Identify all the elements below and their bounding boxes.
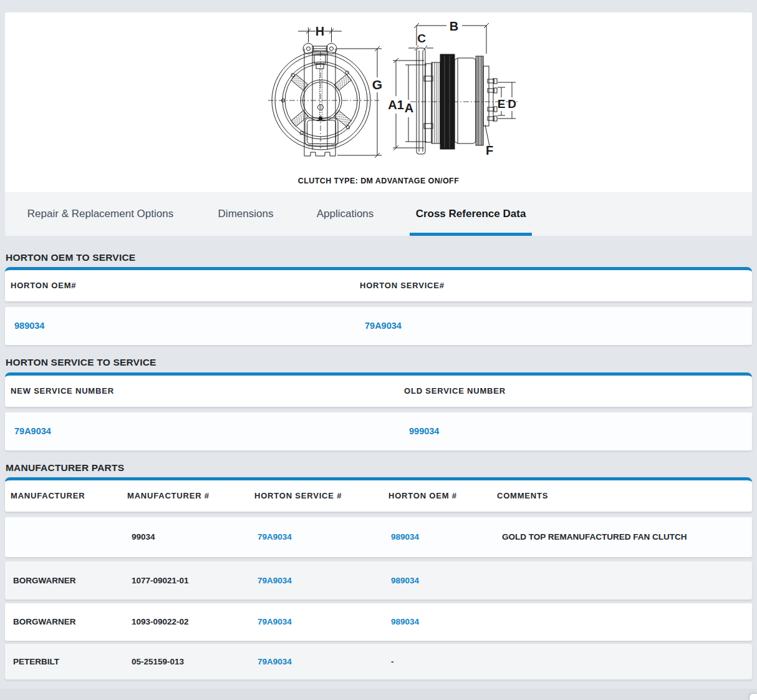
clutch-technical-drawing: H G B C A1 A E D F [267, 19, 523, 163]
col-horton-oem: HORTON OEM# [11, 270, 76, 301]
tab-dimensions[interactable]: Dimensions [215, 192, 276, 236]
cell-manufacturer-number: 1093-09022-02 [132, 603, 189, 641]
old-service-number-link[interactable]: 999034 [409, 412, 439, 450]
tab-cross-reference-data-label: Cross Reference Data [416, 208, 526, 220]
cell-horton-oem-dash: - [391, 644, 394, 679]
cell-horton-oem-link[interactable]: 989034 [391, 603, 419, 641]
col-manufacturer-number: MANUFACTURER # [127, 480, 210, 512]
clutch-type-caption: CLUTCH TYPE: DM ADVANTAGE ON/OFF [5, 177, 752, 185]
cell-manufacturer-number: 05-25159-013 [132, 644, 184, 679]
col-manufacturer: MANUFACTURER [11, 480, 85, 512]
cell-horton-service-link[interactable]: 79A9034 [258, 644, 292, 679]
dim-label-f: F [486, 143, 493, 157]
cell-manufacturer-number: 99034 [132, 517, 155, 557]
cell-manufacturer: PETERBILT [13, 644, 59, 679]
dim-label-c: C [417, 32, 426, 45]
table-row: BORGWARNER 1077-09021-01 79A9034 989034 [5, 561, 752, 600]
cell-manufacturer: BORGWARNER [13, 603, 76, 641]
section-title-manufacturer-parts: MANUFACTURER PARTS [6, 462, 124, 474]
cell-manufacturer-number: 1077-09021-01 [132, 561, 189, 600]
cell-horton-oem-link[interactable]: 989034 [391, 561, 419, 600]
dim-label-b: B [450, 19, 458, 33]
active-tab-underline [410, 233, 532, 236]
dim-label-a1: A1 [388, 98, 404, 112]
cell-horton-oem-link[interactable]: 989034 [391, 517, 419, 557]
cell-horton-service-link[interactable]: 79A9034 [258, 561, 292, 600]
tab-repair-replacement-options[interactable]: Repair & Replacement Options [22, 192, 179, 236]
footer-band [0, 689, 757, 700]
tab-bar: Repair & Replacement Options Dimensions … [5, 192, 752, 236]
oem-number-link[interactable]: 989034 [14, 307, 44, 345]
table-row: PETERBILT 05-25159-013 79A9034 - [5, 644, 752, 679]
manufacturer-parts-header: MANUFACTURER MANUFACTURER # HORTON SERVI… [5, 477, 752, 512]
table-row: BORGWARNER 1093-09022-02 79A9034 989034 [5, 603, 752, 641]
drawing-card: H G B C A1 A E D F CLUTCH TYPE: DM ADVAN… [5, 12, 752, 192]
cell-comments: GOLD TOP REMANUFACTURED FAN CLUTCH [502, 517, 687, 557]
dim-label-d: D [508, 97, 516, 110]
dim-label-h: H [316, 24, 324, 38]
cell-horton-service-link[interactable]: 79A9034 [258, 603, 292, 641]
oem-to-service-row: 989034 79A9034 [5, 307, 752, 345]
col-horton-service-number: HORTON SERVICE # [254, 480, 342, 512]
corner-widget-button[interactable] [749, 693, 757, 700]
cell-horton-service-link[interactable]: 79A9034 [258, 517, 292, 557]
new-service-number-link[interactable]: 79A9034 [14, 412, 51, 450]
col-comments: COMMENTS [497, 480, 548, 512]
section-title-service-to-service: HORTON SERVICE TO SERVICE [6, 357, 157, 368]
col-old-service-number: OLD SERVICE NUMBER [404, 376, 506, 407]
col-horton-service: HORTON SERVICE# [360, 270, 445, 301]
page: H G B C A1 A E D F CLUTCH TYPE: DM ADVAN… [0, 0, 757, 700]
tab-cross-reference-data[interactable]: Cross Reference Data [410, 192, 532, 236]
tab-applications[interactable]: Applications [313, 192, 377, 236]
dim-label-e: E [498, 97, 506, 110]
col-new-service-number: NEW SERVICE NUMBER [11, 376, 114, 407]
dim-label-g: G [372, 77, 382, 92]
service-to-service-header: NEW SERVICE NUMBER OLD SERVICE NUMBER [5, 372, 752, 407]
service-number-link[interactable]: 79A9034 [365, 307, 402, 345]
cell-manufacturer: BORGWARNER [13, 561, 76, 600]
section-title-oem-to-service: HORTON OEM TO SERVICE [6, 252, 135, 263]
oem-to-service-header: HORTON OEM# HORTON SERVICE# [5, 267, 752, 301]
col-horton-oem-number: HORTON OEM # [388, 480, 457, 512]
dim-label-a: A [405, 101, 413, 115]
service-to-service-row: 79A9034 999034 [5, 412, 752, 450]
table-row: 99034 79A9034 989034 GOLD TOP REMANUFACT… [5, 517, 752, 557]
